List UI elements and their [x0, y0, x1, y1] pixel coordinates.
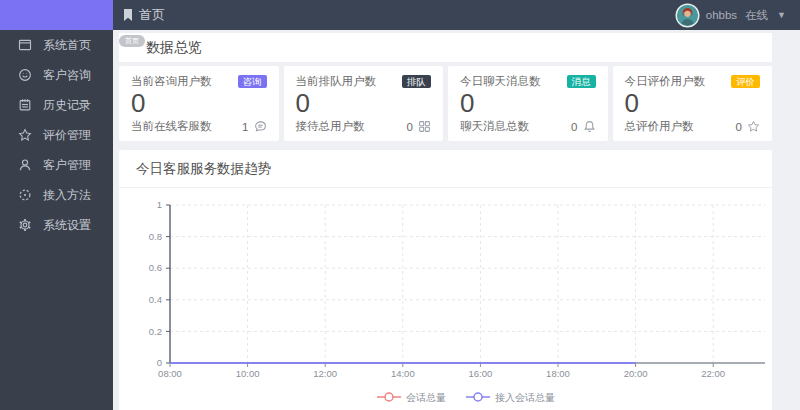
sidebar-item-label: 系统设置 — [43, 217, 91, 234]
online-status: 在线 — [745, 8, 768, 23]
chat-smile-icon — [17, 68, 32, 83]
chevron-down-icon: ▼ — [777, 10, 786, 20]
sidebar-item-settings[interactable]: 系统设置 — [0, 210, 113, 240]
breadcrumb-label: 首页 — [139, 6, 165, 24]
svg-text:14:00: 14:00 — [391, 368, 415, 379]
status-badge: 咨询 — [238, 75, 267, 89]
svg-text:18:00: 18:00 — [546, 368, 570, 379]
username: ohbbs — [706, 9, 737, 21]
svg-text:0.2: 0.2 — [149, 326, 162, 337]
stat-value: 0 — [131, 90, 267, 117]
stat-footer-label: 当前在线客服数 — [131, 119, 212, 134]
trend-chart-area: 00.20.40.60.8108:0010:0012:0014:0016:001… — [119, 188, 772, 410]
svg-text:22:00: 22:00 — [701, 368, 725, 379]
star-icon — [17, 128, 32, 143]
stat-value: 0 — [296, 90, 432, 117]
stat-card-title: 今日评价用户数 — [625, 74, 706, 89]
avatar — [677, 5, 698, 26]
stat-footer-label: 聊天消息总数 — [460, 119, 529, 134]
stat-footer-value: 0 — [407, 121, 413, 133]
bookmark-icon — [123, 9, 133, 21]
status-badge: 评价 — [731, 75, 760, 89]
stat-card-title: 当前排队用户数 — [296, 74, 377, 89]
sidebar-item-home[interactable]: 系统首页 — [0, 30, 113, 60]
top-header: 首页 ohbbs 在线 ▼ — [113, 0, 800, 30]
trend-line-chart: 00.20.40.60.8108:0010:0012:0014:0016:001… — [119, 188, 772, 410]
svg-text:16:00: 16:00 — [469, 368, 493, 379]
overview-title: 数据总览 — [119, 33, 772, 62]
trend-title: 今日客服服务数据趋势 — [119, 150, 772, 188]
page-tab-tag[interactable]: 首页 — [119, 35, 145, 47]
stat-card-title: 今日聊天消息数 — [460, 74, 541, 89]
stat-card-title: 当前咨询用户数 — [131, 74, 212, 89]
stat-card-messages: 今日聊天消息数 消息 0 聊天消息总数 0 — [448, 66, 608, 141]
svg-text:12:00: 12:00 — [313, 368, 337, 379]
stat-footer-value: 1 — [242, 121, 248, 133]
status-badge: 排队 — [402, 75, 431, 89]
svg-text:0: 0 — [157, 357, 162, 368]
plug-circle-icon — [17, 188, 32, 203]
grid-icon — [418, 120, 431, 133]
svg-text:会话总量: 会话总量 — [406, 392, 446, 403]
status-badge: 消息 — [567, 75, 596, 89]
sidebar-item-label: 客户咨询 — [43, 67, 91, 84]
bell-icon — [583, 120, 596, 133]
stat-card-queue: 当前排队用户数 排队 0 接待总用户数 0 — [284, 66, 444, 141]
stat-value: 0 — [460, 90, 596, 117]
main-content: 首页 数据总览 当前咨询用户数 咨询 0 当前在线客服数 1 当前排队用 — [113, 30, 800, 410]
sidebar-item-label: 接入方法 — [43, 187, 91, 204]
svg-text:0.6: 0.6 — [149, 262, 162, 273]
window-icon — [17, 38, 32, 53]
svg-text:接入会话总量: 接入会话总量 — [495, 392, 555, 403]
svg-text:0.8: 0.8 — [149, 231, 162, 242]
sidebar-item-label: 客户管理 — [43, 157, 91, 174]
breadcrumb[interactable]: 首页 — [123, 6, 165, 24]
star-icon — [747, 120, 760, 133]
user-menu[interactable]: ohbbs 在线 ▼ — [677, 5, 786, 26]
service-bubble-icon — [254, 120, 267, 133]
sidebar-item-label: 历史记录 — [43, 97, 91, 114]
sidebar-item-access[interactable]: 接入方法 — [0, 180, 113, 210]
stat-card-consult: 当前咨询用户数 咨询 0 当前在线客服数 1 — [119, 66, 279, 141]
sidebar-item-history[interactable]: 历史记录 — [0, 90, 113, 120]
sidebar-item-customers[interactable]: 客户管理 — [0, 150, 113, 180]
sidebar-item-label: 系统首页 — [43, 37, 91, 54]
svg-text:10:00: 10:00 — [236, 368, 260, 379]
notebook-icon — [17, 98, 32, 113]
logo-area — [0, 0, 113, 30]
stat-footer-value: 0 — [736, 121, 742, 133]
stat-card-ratings: 今日评价用户数 评价 0 总评价用户数 0 — [613, 66, 773, 141]
trend-card: 今日客服服务数据趋势 00.20.40.60.8108:0010:0012:00… — [119, 150, 772, 410]
sidebar-item-label: 评价管理 — [43, 127, 91, 144]
stat-footer-label: 接待总用户数 — [296, 119, 365, 134]
sidebar-item-consult[interactable]: 客户咨询 — [0, 60, 113, 90]
stat-footer-label: 总评价用户数 — [625, 119, 694, 134]
svg-text:08:00: 08:00 — [158, 368, 182, 379]
svg-text:0.4: 0.4 — [149, 294, 162, 305]
stat-value: 0 — [625, 90, 761, 117]
stat-cards-row: 当前咨询用户数 咨询 0 当前在线客服数 1 当前排队用户数 排队 0 — [119, 66, 772, 141]
sidebar: 系统首页 客户咨询 历史记录 评价管理 客户管理 接入方法 系统设置 — [0, 30, 113, 410]
sidebar-item-ratings[interactable]: 评价管理 — [0, 120, 113, 150]
svg-text:20:00: 20:00 — [624, 368, 648, 379]
user-icon — [17, 158, 32, 173]
svg-text:1: 1 — [157, 199, 162, 210]
gear-icon — [17, 218, 32, 233]
overview-header: 首页 数据总览 — [119, 33, 772, 62]
stat-footer-value: 0 — [571, 121, 577, 133]
